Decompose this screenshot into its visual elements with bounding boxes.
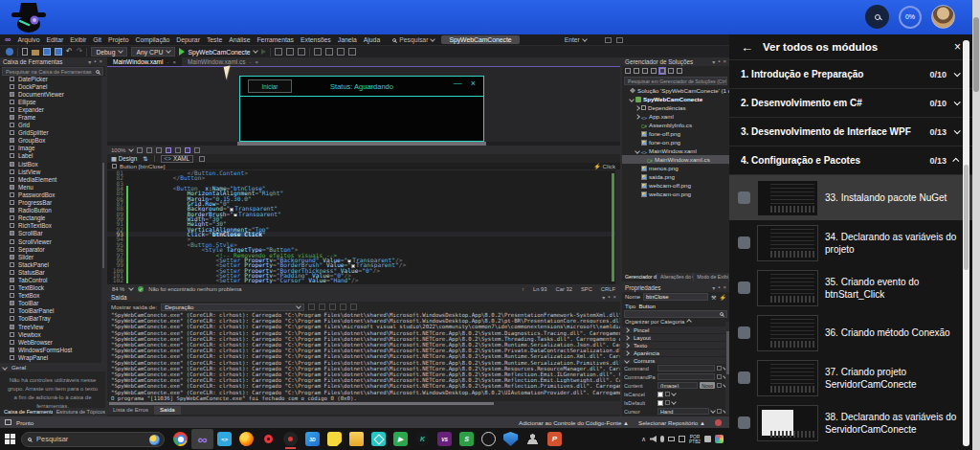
toolbox-item-viewbox[interactable]: Viewbox: [0, 330, 105, 338]
visual-studio-installer-icon[interactable]: [434, 429, 456, 449]
close-icon[interactable]: ×: [99, 58, 102, 65]
paint-3d-icon[interactable]: [301, 429, 323, 449]
health-check-icon[interactable]: ✓: [138, 286, 144, 292]
menu-item-3[interactable]: Git: [93, 36, 101, 43]
toolbar-icon[interactable]: [286, 48, 294, 56]
menu-item-7[interactable]: Teste: [207, 36, 222, 43]
toolbox-item-documentviewer[interactable]: DocumentViewer: [0, 90, 105, 98]
menu-item-4[interactable]: Projeto: [108, 36, 129, 43]
checkbox[interactable]: [657, 400, 663, 406]
file-explorer-icon[interactable]: [345, 429, 368, 449]
tab-toolbox[interactable]: Caixa de Ferramentas: [0, 408, 53, 416]
designer-hscrollbar[interactable]: [107, 142, 620, 146]
swap-panes-icon[interactable]: ⇅: [143, 155, 147, 162]
pin-icon[interactable]: ▾: [88, 58, 91, 65]
avatar[interactable]: [931, 5, 955, 29]
tree-item[interactable]: SpyWebCamConecte: [622, 95, 729, 103]
microphone-icon[interactable]: [660, 436, 664, 442]
language-indicator[interactable]: PORPTB2: [689, 435, 701, 444]
nav-back-icon[interactable]: [6, 48, 13, 56]
switch-views-icon[interactable]: [634, 68, 639, 74]
lesson-item[interactable]: 36. Criando método Conexão: [729, 310, 972, 355]
toolbox-item-image[interactable]: Image: [0, 145, 105, 152]
menu-item-1[interactable]: Editar: [46, 36, 63, 43]
effects-icon[interactable]: [137, 147, 143, 153]
lesson-item[interactable]: 37. Criando projeto ServidorCamConecte: [729, 355, 972, 400]
photos-tray-icon[interactable]: [704, 436, 711, 442]
opera-icon[interactable]: [257, 429, 279, 449]
toolbox-item-scrollbar[interactable]: ScrollBar: [0, 230, 105, 237]
sharex-icon[interactable]: [456, 429, 478, 449]
start-button[interactable]: [5, 434, 16, 445]
volume-icon[interactable]: [650, 436, 657, 442]
toolbox-item-passwordbox[interactable]: PasswordBox: [0, 191, 105, 198]
output-lines[interactable]: "SpyWebCamConecte.exe" (CoreCLR: clrhost…: [107, 312, 620, 401]
code-line[interactable]: 102 <Setter Property="Cursor" Value="Han…: [107, 278, 620, 282]
toolbox-item-toolbar[interactable]: ToolBar: [0, 300, 105, 307]
close-icon[interactable]: ×: [612, 294, 616, 301]
tab-error-list[interactable]: Lista de Erros: [107, 406, 154, 415]
toolbar-icon[interactable]: [275, 48, 282, 56]
undo-icon[interactable]: ↶: [66, 48, 73, 56]
editor-zoom-select[interactable]: 84 %: [112, 286, 124, 292]
movies-tv-icon[interactable]: [390, 429, 412, 449]
menu-item-0[interactable]: Arquivo: [17, 36, 39, 43]
property-row[interactable]: Content(Image)Novo: [622, 381, 729, 390]
dock-icon[interactable]: ▪: [94, 58, 96, 65]
toolbox-item-groupbox[interactable]: GroupBox: [0, 137, 105, 145]
toolbox-item-grid[interactable]: Grid: [0, 122, 105, 129]
property-value-field[interactable]: [657, 373, 715, 380]
toolbox-item-windowsformshost[interactable]: WindowsFormsHost: [0, 346, 105, 353]
output-hscrollbar[interactable]: [107, 401, 620, 406]
toolbox-item-datepicker[interactable]: DatePicker: [0, 75, 105, 82]
advanced-options-icon[interactable]: [665, 400, 670, 405]
designer-options-icon[interactable]: [194, 147, 200, 153]
chrome-icon[interactable]: [169, 429, 191, 449]
wrap-icon[interactable]: [350, 304, 357, 310]
toolbox-item-toolbarpanel[interactable]: ToolBarPanel: [0, 307, 105, 315]
wrench-icon[interactable]: ⚒: [711, 294, 716, 301]
tree-item[interactable]: fone-on.png: [622, 138, 729, 146]
header-search-button[interactable]: [865, 5, 889, 29]
lesson-item[interactable]: 33. Instalando pacote NuGet: [729, 175, 972, 220]
iniciar-button[interactable]: Iniciar: [248, 79, 292, 93]
toolbox-item-frame[interactable]: Frame: [0, 113, 105, 121]
toolbar-icon[interactable]: [337, 48, 345, 56]
design-view-tab[interactable]: ▦ Design: [111, 155, 137, 162]
editor-scrollbar[interactable]: [615, 170, 620, 284]
name-field[interactable]: btnClose: [643, 293, 708, 301]
grid-icon[interactable]: [156, 147, 162, 153]
firefox-icon[interactable]: [235, 429, 257, 449]
menu-item-9[interactable]: Ferramentas: [256, 36, 294, 43]
clear-all-icon[interactable]: [340, 304, 346, 310]
toolbox-item-textbox[interactable]: TextBox: [0, 292, 105, 300]
menu-item-6[interactable]: Depurar: [176, 36, 200, 43]
toolbox-item-ellipse[interactable]: Ellipse: [0, 98, 105, 105]
close-icon[interactable]: ×: [723, 58, 726, 65]
powerpoint-icon[interactable]: [544, 429, 566, 449]
tree-item[interactable]: MainWindow.xaml: [622, 146, 729, 155]
display-icon[interactable]: [679, 436, 685, 442]
close-icon[interactable]: ×: [172, 59, 176, 65]
lesson-item[interactable]: 34. Declarando as variáveis do projeto: [729, 220, 972, 265]
property-row[interactable]: CommandPar...: [622, 372, 729, 381]
toolbox-item-gridsplitter[interactable]: GridSplitter: [0, 129, 105, 137]
home-icon[interactable]: [625, 68, 631, 74]
lesson-checkbox[interactable]: [738, 371, 750, 384]
xbox-icon[interactable]: [478, 429, 500, 449]
toolbox-scrollbar[interactable]: [101, 77, 105, 364]
next-message-icon[interactable]: [329, 304, 336, 310]
organize-by-category[interactable]: Organizar por Categoria: [622, 318, 729, 326]
checkbox[interactable]: [657, 392, 663, 397]
platform-select[interactable]: Any CPU: [131, 47, 175, 56]
toolbox-item-toolbartray[interactable]: ToolBarTray: [0, 315, 105, 323]
column-indicator[interactable]: Car 32: [556, 286, 572, 292]
start-debug-button[interactable]: SpyWebCamConecte: [179, 48, 256, 56]
advanced-options-icon[interactable]: [717, 374, 722, 379]
solution-search-input[interactable]: Pesquisar em Gerenciador de Soluções (Ct…: [624, 77, 727, 85]
pin-icon[interactable]: ▾: [712, 284, 715, 291]
menu-item-2[interactable]: Exibir: [70, 36, 86, 43]
split-view-icon[interactable]: [199, 156, 205, 162]
dock-icon[interactable]: ▪: [608, 294, 610, 301]
pin-icon[interactable]: ·: [167, 59, 168, 65]
